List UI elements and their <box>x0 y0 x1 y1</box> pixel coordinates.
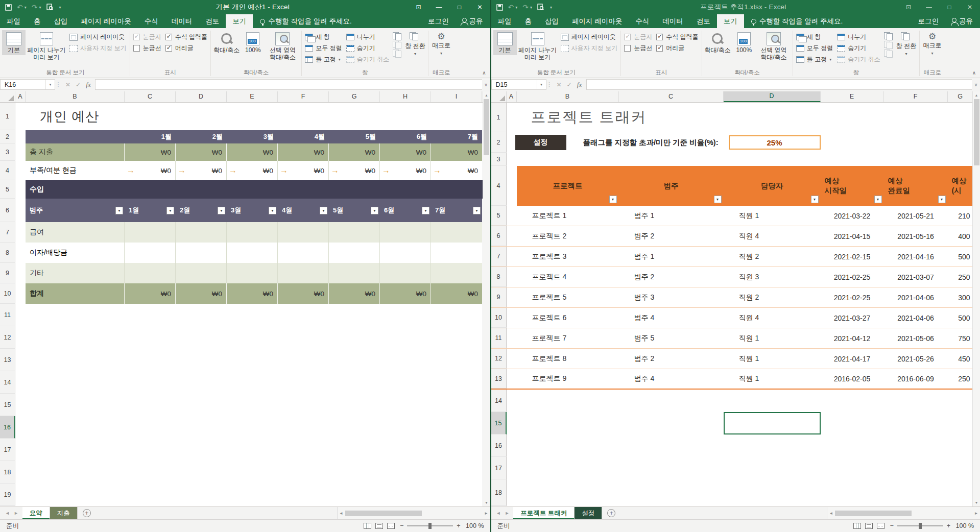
cell-hours[interactable]: 210 <box>948 206 973 226</box>
switch-windows-button[interactable]: 창 전환▾ <box>895 30 918 57</box>
formula-bar-checkbox[interactable]: 수식 입력줄 <box>656 32 698 42</box>
cell-table-header[interactable]: 범주▼ <box>26 199 125 222</box>
scroll-down-icon[interactable]: ▼ <box>485 499 488 506</box>
cell-value[interactable]: ₩0 <box>329 143 380 161</box>
cancel-icon[interactable]: ✕ <box>555 81 564 88</box>
unhide-button[interactable]: 숨기기 취소 <box>346 55 389 64</box>
zoom-100-button[interactable]: 100% <box>241 30 265 55</box>
view-side-by-side-icon[interactable] <box>393 32 401 39</box>
filter-icon[interactable]: ▼ <box>874 196 882 203</box>
selected-col-header[interactable]: D <box>724 91 821 102</box>
cell-end[interactable]: 2021-03-07 <box>884 267 948 287</box>
formula-bar-checkbox[interactable]: 수식 입력줄 <box>165 32 207 42</box>
selected-row-header[interactable]: 15 <box>491 412 507 434</box>
zoom-out-icon[interactable]: − <box>400 522 403 529</box>
cell-end[interactable]: 2021-05-16 <box>884 226 948 246</box>
cell-value[interactable]: ₩0 <box>176 283 227 304</box>
cell-value[interactable]: ₩0 <box>329 283 380 304</box>
cell-kpi[interactable]: →₩0 <box>380 161 431 180</box>
col-header[interactable]: C <box>619 91 724 102</box>
share-button[interactable]: 공유 <box>945 14 980 28</box>
cell[interactable] <box>431 243 482 263</box>
cell[interactable] <box>507 479 973 506</box>
zoom-slider[interactable] <box>897 525 943 526</box>
cell-table-header[interactable]: 4월▼ <box>278 199 329 222</box>
filter-icon[interactable]: ▼ <box>714 196 722 203</box>
cell-end[interactable]: 2021-05-21 <box>884 206 948 226</box>
col-header[interactable]: H <box>380 91 431 102</box>
expand-formula-bar-icon[interactable]: ∨ <box>482 82 490 87</box>
cell[interactable] <box>125 222 176 243</box>
print-preview-icon[interactable] <box>46 4 53 11</box>
zoom-to-selection-button[interactable]: 선택 영역 확대/축소 <box>756 30 792 62</box>
cell[interactable] <box>15 349 483 371</box>
undo-dropdown-icon[interactable]: ▾ <box>515 5 517 10</box>
scroll-right-icon[interactable]: ► <box>483 511 490 516</box>
cell-kpi[interactable]: →₩0 <box>176 161 227 180</box>
hide-button[interactable]: 숨기기 <box>837 43 880 53</box>
enter-icon[interactable]: ✓ <box>565 81 574 88</box>
cell-month[interactable]: 1월 <box>125 130 176 143</box>
cell-table-header[interactable]: 3월▼ <box>227 199 278 222</box>
table-header-project[interactable]: 프로젝트▼ <box>517 166 619 206</box>
scroll-right-icon[interactable]: ► <box>972 511 980 516</box>
cancel-icon[interactable]: ✕ <box>63 81 73 88</box>
login-button[interactable]: 로그인 <box>422 14 455 28</box>
name-box[interactable]: K16 ▾ <box>0 79 55 90</box>
freeze-panes-button[interactable]: 틀 고정▾ <box>305 55 342 64</box>
macros-button[interactable]: ⚙매크로▾ <box>429 30 453 57</box>
cell-value[interactable]: ₩0 <box>278 283 329 304</box>
cell-kpi[interactable]: →₩0 <box>227 161 278 180</box>
page-layout-button[interactable]: 페이지 레이아웃 <box>69 32 127 42</box>
share-button[interactable]: 공유 <box>455 14 490 28</box>
scroll-up-icon[interactable]: ▲ <box>485 91 488 99</box>
flag-threshold-value[interactable]: 25% <box>729 135 821 150</box>
page-break-view-icon[interactable] <box>877 523 885 529</box>
selected-cell-D15[interactable] <box>724 412 821 434</box>
col-header[interactable]: A <box>507 91 517 102</box>
cell-owner[interactable]: 직원 3 <box>724 267 821 287</box>
name-box-dropdown-icon[interactable]: ▾ <box>45 80 55 89</box>
cell-hours[interactable]: 500 <box>948 247 973 267</box>
cell-start[interactable]: 2021-03-27 <box>821 308 884 328</box>
tab-home[interactable]: 홈 <box>27 14 47 28</box>
cell-value[interactable]: ₩0 <box>431 283 482 304</box>
cell[interactable] <box>431 222 482 243</box>
cell-category[interactable]: 범주 2 <box>619 226 724 246</box>
expand-formula-bar-icon[interactable]: ∨ <box>972 82 980 87</box>
col-header[interactable]: I <box>431 91 482 102</box>
filter-icon[interactable]: ▼ <box>473 207 481 214</box>
scrollbar-thumb[interactable] <box>974 99 979 165</box>
col-header[interactable]: B <box>517 91 619 102</box>
cell-project[interactable]: 프로젝트 6 <box>517 308 619 328</box>
cell-end[interactable]: 2021-05-06 <box>884 328 948 348</box>
zoom-percentage[interactable]: 100 % <box>466 522 490 529</box>
cell-end[interactable]: 2021-05-26 <box>884 349 948 369</box>
name-box-dropdown-icon[interactable]: ▾ <box>537 80 546 89</box>
gridlines-checkbox[interactable]: 눈금선 <box>133 43 161 53</box>
cell-label[interactable]: 기타 <box>26 263 125 283</box>
cell-month[interactable]: 5월 <box>329 130 380 143</box>
tell-me-box[interactable]: 수행할 작업을 알려 주세요. <box>751 14 843 28</box>
cell-owner[interactable]: 직원 1 <box>724 369 821 389</box>
cell-table-header[interactable]: 7월▼ <box>431 199 482 222</box>
tab-formulas[interactable]: 수식 <box>629 14 656 28</box>
tab-review[interactable]: 검토 <box>199 14 226 28</box>
scroll-up-icon[interactable]: ▲ <box>975 91 978 99</box>
cell-start[interactable]: 2016-02-05 <box>821 369 884 389</box>
cell[interactable] <box>176 243 227 263</box>
scrollbar-thumb[interactable] <box>835 511 912 516</box>
collapse-ribbon-icon[interactable]: ∧ <box>972 70 976 76</box>
cell-hours[interactable]: 500 <box>948 308 973 328</box>
headings-checkbox[interactable]: 머리글 <box>165 43 207 53</box>
filter-icon[interactable]: ▼ <box>609 196 617 203</box>
cell-owner[interactable]: 직원 1 <box>724 206 821 226</box>
vertical-scrollbar[interactable]: ▲ ▼ <box>483 91 490 506</box>
cell-table-header[interactable]: 1월▼ <box>125 199 176 222</box>
undo-dropdown-icon[interactable]: ▾ <box>25 5 27 10</box>
ruler-checkbox[interactable]: 눈금자 <box>624 32 652 42</box>
sheet-next-icon[interactable]: ► <box>505 511 509 516</box>
tab-page-layout[interactable]: 페이지 레이아웃 <box>75 14 138 28</box>
select-all-corner[interactable] <box>491 91 507 102</box>
horizontal-scrollbar[interactable]: ◄► <box>337 507 490 519</box>
